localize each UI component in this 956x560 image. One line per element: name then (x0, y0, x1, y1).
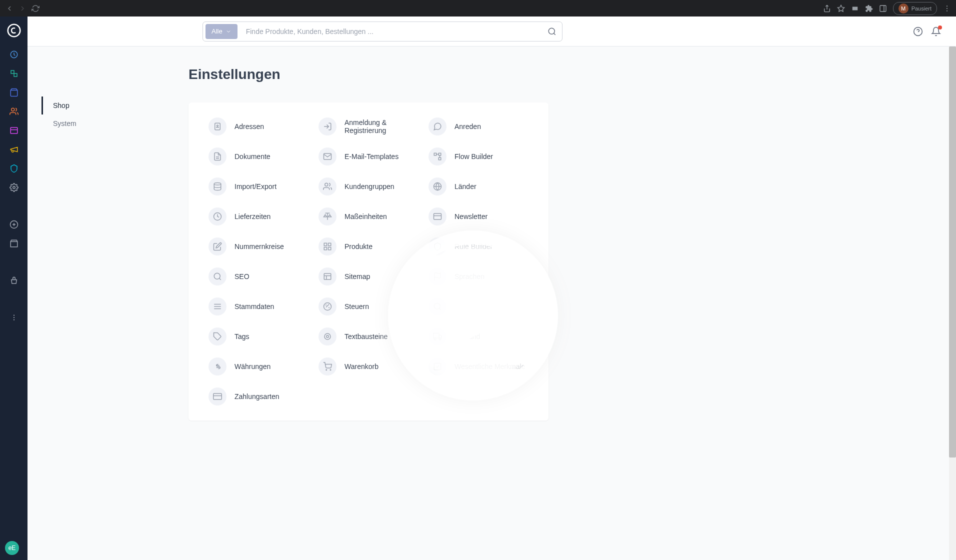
setting-label: Lieferzeiten (234, 212, 270, 220)
setting-item-country[interactable]: Länder (428, 178, 528, 196)
chevron-down-icon (226, 28, 232, 34)
secondary-nav-item-system[interactable]: System (42, 114, 188, 132)
payment-icon (208, 388, 226, 406)
svg-point-19 (13, 317, 14, 318)
setting-label: Import/Export (234, 182, 276, 190)
nav-store-icon[interactable] (9, 238, 19, 248)
browser-forward-button[interactable] (18, 4, 27, 13)
help-button[interactable] (913, 26, 923, 36)
products-icon (318, 238, 336, 256)
paused-label: Pausiert (912, 6, 932, 12)
help-icon (913, 26, 923, 36)
svg-rect-11 (10, 128, 18, 134)
browser-menu-icon[interactable] (943, 4, 951, 12)
address-icon (208, 118, 226, 136)
currency-icon (208, 358, 226, 376)
nav-more-icon[interactable] (9, 312, 19, 322)
cart-icon (318, 358, 336, 376)
play-icon (452, 280, 506, 350)
media-icon[interactable] (851, 4, 859, 12)
nav-extensions-icon[interactable] (9, 164, 19, 174)
nav-settings-icon[interactable] (9, 182, 19, 192)
numberrange-icon (208, 238, 226, 256)
svg-point-36 (325, 183, 328, 186)
svg-point-57 (324, 334, 330, 340)
notifications-button[interactable] (931, 26, 941, 36)
svg-point-5 (946, 10, 948, 11)
video-play-button[interactable] (373, 216, 573, 416)
profile-paused-pill[interactable]: M Pausiert (893, 2, 937, 15)
setting-item-address[interactable]: Adressen (208, 118, 308, 136)
setting-item-mail[interactable]: E-Mail-Templates (318, 148, 418, 166)
bookmark-icon[interactable] (837, 4, 845, 12)
setting-item-login[interactable]: Anmeldung & Registrierung (318, 118, 418, 136)
db-icon (208, 178, 226, 196)
browser-reload-button[interactable] (31, 4, 40, 13)
setting-item-tag[interactable]: Tags (208, 328, 308, 346)
svg-point-6 (8, 24, 20, 37)
user-avatar[interactable]: eE (5, 541, 19, 555)
extensions-icon[interactable] (865, 4, 873, 12)
setting-item-flow[interactable]: Flow Builder (428, 148, 528, 166)
nav-content-icon[interactable] (9, 126, 19, 136)
setting-item-clock[interactable]: Lieferzeiten (208, 208, 308, 226)
sidepanel-icon[interactable] (879, 4, 887, 12)
setting-label: Kundengruppen (344, 182, 394, 190)
svg-rect-44 (328, 248, 331, 250)
mail-icon (318, 148, 336, 166)
scale-icon (318, 208, 336, 226)
setting-item-payment[interactable]: Zahlungsarten (208, 388, 308, 406)
svg-rect-1 (880, 6, 886, 12)
group-icon (318, 178, 336, 196)
svg-rect-9 (14, 74, 17, 76)
setting-label: Anmeldung & Registrierung (344, 118, 418, 134)
svg-rect-43 (324, 248, 326, 250)
setting-item-list[interactable]: Stammdaten (208, 298, 308, 316)
nav-add-icon[interactable] (9, 220, 19, 230)
flow-icon (428, 148, 446, 166)
setting-label: Länder (454, 182, 476, 190)
nav-customers-icon[interactable] (9, 106, 19, 116)
setting-item-search[interactable]: SEO (208, 268, 308, 286)
nav-basket-icon[interactable] (9, 276, 19, 286)
browser-back-button[interactable] (5, 4, 14, 13)
svg-rect-8 (11, 70, 14, 74)
setting-label: Sitemap (344, 272, 370, 280)
svg-point-63 (326, 370, 327, 370)
nav-marketing-icon[interactable] (9, 144, 19, 154)
nav-orders-icon[interactable] (9, 88, 19, 98)
svg-point-64 (330, 370, 331, 370)
setting-label: E-Mail-Templates (344, 152, 398, 160)
setting-item-db[interactable]: Import/Export (208, 178, 308, 196)
setting-item-currency[interactable]: Währungen (208, 358, 308, 376)
setting-label: Flow Builder (454, 152, 493, 160)
country-icon (428, 178, 446, 196)
scrollbar[interactable] (949, 46, 956, 560)
secondary-nav-item-shop[interactable]: Shop (42, 96, 188, 114)
search-input[interactable] (240, 28, 542, 36)
nav-catalog-icon[interactable] (9, 68, 19, 78)
search-filter-dropdown[interactable]: Alle (206, 24, 238, 39)
setting-label: Adressen (234, 122, 264, 130)
share-icon[interactable] (823, 4, 831, 12)
search-submit-button[interactable] (542, 27, 562, 36)
svg-line-23 (554, 33, 555, 34)
setting-item-numberrange[interactable]: Nummernkreise (208, 238, 308, 256)
list-icon (208, 298, 226, 316)
svg-rect-30 (434, 153, 436, 156)
tag-icon (208, 328, 226, 346)
setting-item-group[interactable]: Kundengruppen (318, 178, 418, 196)
search-icon (208, 268, 226, 286)
nav-dashboard-icon[interactable] (9, 50, 19, 60)
svg-point-10 (11, 108, 14, 111)
svg-point-27 (217, 125, 218, 126)
setting-label: Nummernkreise (234, 242, 284, 250)
setting-item-salutation[interactable]: Anreden (428, 118, 528, 136)
svg-point-22 (548, 28, 554, 34)
app-logo[interactable] (7, 24, 21, 38)
setting-label: Produkte (344, 242, 372, 250)
search-bar: Alle (202, 22, 562, 42)
setting-item-document[interactable]: Dokumente (208, 148, 308, 166)
setting-label: Dokumente (234, 152, 270, 160)
setting-label: Währungen (234, 362, 270, 370)
